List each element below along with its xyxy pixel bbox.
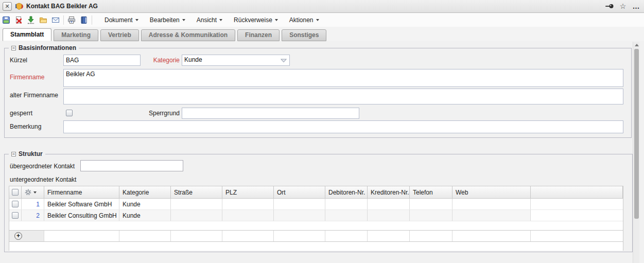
- save-icon[interactable]: [0, 14, 12, 26]
- new-cell-kreditoren-nr[interactable]: [368, 231, 410, 241]
- select-all-checkbox[interactable]: [12, 189, 19, 196]
- add-row-icon[interactable]: +: [14, 232, 22, 240]
- gear-icon: [25, 189, 31, 196]
- stammblatt-panel: − Basisinformationen Kürzel Kategorie Ku…: [0, 41, 644, 263]
- uebergeordneter-kontakt-input[interactable]: [80, 160, 183, 171]
- legend-label: Basisinformationen: [19, 44, 76, 51]
- new-cell-filler: [531, 231, 623, 241]
- print-icon[interactable]: [65, 14, 78, 26]
- menu-rueckverweise[interactable]: Rückverweise: [228, 14, 284, 26]
- untergeordnete-kontakte-table: Firmenname Kategorie Straße PLZ Ort Debi…: [9, 186, 623, 251]
- chevron-down-icon: [182, 19, 185, 21]
- favorite-star-icon[interactable]: ☆: [618, 2, 628, 11]
- uebergeordneter-kontakt-label: übergeordneter Kontakt: [10, 163, 75, 170]
- cell-strasse[interactable]: [171, 199, 222, 209]
- alter-firmenname-input[interactable]: [63, 89, 623, 104]
- menu-dokument[interactable]: Dokument: [99, 14, 144, 26]
- tab-vertrieb[interactable]: Vertrieb: [100, 29, 139, 41]
- chevron-down-icon: [135, 19, 138, 21]
- dropdown-chevron-icon: [281, 59, 287, 63]
- menu-label: Bearbeiten: [150, 16, 180, 24]
- firmenname-input[interactable]: Beikler AG: [63, 69, 623, 87]
- scroll-up-arrow-icon[interactable]: [635, 44, 639, 46]
- import-icon[interactable]: [25, 14, 37, 26]
- more-options-icon[interactable]: …: [632, 2, 641, 11]
- cell-plz[interactable]: [222, 210, 274, 221]
- tab-sonstiges[interactable]: Sonstiges: [282, 29, 326, 41]
- legend-label: Struktur: [19, 150, 43, 157]
- column-header-kategorie[interactable]: Kategorie: [119, 186, 171, 198]
- column-header-debitoren-nr[interactable]: Debitoren-Nr.: [325, 186, 368, 198]
- sperrgrund-input[interactable]: [182, 108, 359, 119]
- kategorie-value: Kunde: [184, 56, 202, 63]
- tab-finanzen[interactable]: Finanzen: [237, 29, 280, 41]
- cell-web[interactable]: [452, 210, 531, 221]
- new-cell-web[interactable]: [452, 231, 531, 241]
- column-header-plz[interactable]: PLZ: [222, 186, 274, 198]
- menu-label: Ansicht: [197, 16, 217, 24]
- new-cell-strasse[interactable]: [171, 231, 222, 241]
- menu-label: Rückverweise: [234, 16, 272, 24]
- new-cell-plz[interactable]: [222, 231, 274, 241]
- gesperrt-checkbox[interactable]: [66, 110, 73, 116]
- table-row[interactable]: 2 Beikler Consulting GmbH Kunde: [9, 210, 623, 221]
- folder-open-icon-glyph: [39, 16, 47, 24]
- cell-kategorie[interactable]: Kunde: [119, 199, 171, 209]
- menu-bearbeiten[interactable]: Bearbeiten: [144, 14, 191, 26]
- tab-adresse-kommunikation[interactable]: Adresse & Kommunikation: [141, 29, 235, 41]
- bemerkung-input[interactable]: [63, 120, 623, 133]
- scrollbar-thumb[interactable]: [634, 49, 639, 219]
- row-checkbox[interactable]: [12, 212, 19, 219]
- column-header-ort[interactable]: Ort: [274, 186, 325, 198]
- folder-open-icon[interactable]: [37, 14, 49, 26]
- cell-kategorie[interactable]: Kunde: [119, 210, 171, 221]
- cell-telefon[interactable]: [410, 199, 452, 209]
- kategorie-select[interactable]: Kunde: [182, 55, 290, 66]
- cell-firmenname[interactable]: Beikler Consulting GmbH: [44, 210, 119, 221]
- menu-bar: Dokument Bearbeiten Ansicht Rückverweise…: [99, 14, 325, 26]
- cell-web[interactable]: [452, 199, 531, 209]
- column-header-firmenname[interactable]: Firmenname: [44, 186, 119, 198]
- close-button[interactable]: ✕: [3, 2, 12, 11]
- cell-kreditoren-nr[interactable]: [368, 199, 410, 209]
- row-checkbox[interactable]: [12, 201, 19, 207]
- cell-ort[interactable]: [274, 199, 325, 209]
- new-cell-kategorie[interactable]: [119, 231, 171, 241]
- menu-ansicht[interactable]: Ansicht: [191, 14, 228, 26]
- new-cell-firmenname[interactable]: [44, 231, 119, 241]
- column-header-telefon[interactable]: Telefon: [410, 186, 452, 198]
- column-header-strasse[interactable]: Straße: [171, 186, 222, 198]
- mail-icon[interactable]: [49, 14, 62, 26]
- vertical-scrollbar[interactable]: [633, 42, 639, 263]
- cell-debitoren-nr[interactable]: [325, 199, 368, 209]
- column-header-web[interactable]: Web: [452, 186, 531, 198]
- collapse-icon[interactable]: −: [11, 46, 16, 50]
- new-cell-debitoren-nr[interactable]: [325, 231, 368, 241]
- address-book-icon-glyph: [80, 16, 88, 24]
- cell-kreditoren-nr[interactable]: [368, 210, 410, 221]
- fieldset-struktur: − Struktur übergeordneter Kontakt unterg…: [4, 154, 633, 252]
- cell-telefon[interactable]: [410, 210, 452, 221]
- table-row[interactable]: 1 Beikler Software GmbH Kunde: [9, 199, 623, 210]
- cell-debitoren-nr[interactable]: [325, 210, 368, 221]
- toolbar-separator: [92, 15, 92, 25]
- new-cell-ort[interactable]: [274, 231, 325, 241]
- print-icon-glyph: [67, 16, 76, 24]
- new-cell-telefon[interactable]: [410, 231, 452, 241]
- discard-document-icon[interactable]: [12, 14, 25, 26]
- tab-stammblatt[interactable]: Stammblatt: [3, 28, 51, 41]
- toolbar-separator: [63, 15, 64, 25]
- column-settings-button[interactable]: [25, 189, 37, 196]
- cell-plz[interactable]: [222, 199, 274, 209]
- menu-aktionen[interactable]: Aktionen: [284, 14, 325, 26]
- cell-firmenname[interactable]: Beikler Software GmbH: [44, 199, 119, 209]
- fieldset-legend: − Struktur: [9, 150, 45, 157]
- collapse-icon[interactable]: −: [11, 152, 16, 156]
- pin-icon[interactable]: [605, 2, 614, 11]
- column-header-kreditoren-nr[interactable]: Kreditoren-Nr.: [368, 186, 410, 198]
- column-header-filler: [531, 186, 623, 198]
- address-book-icon[interactable]: [78, 14, 90, 26]
- tab-marketing[interactable]: Marketing: [54, 29, 98, 41]
- cell-ort[interactable]: [274, 210, 325, 221]
- cell-strasse[interactable]: [171, 210, 222, 221]
